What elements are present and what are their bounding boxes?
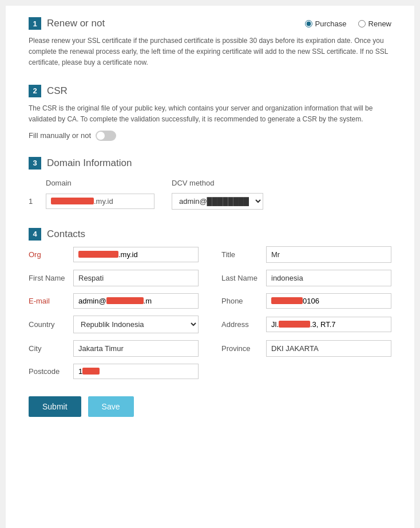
domain-redacted <box>51 198 94 204</box>
email-redacted <box>106 297 144 304</box>
section2-info: The CSR is the original file of your pub… <box>29 103 391 125</box>
section-renew: 1 Renew or not Purchase Renew Please ren… <box>29 17 391 69</box>
lastname-label: Last Name <box>221 274 261 282</box>
title-label: Title <box>221 250 261 259</box>
country-field-row: Country Republik Indonesia <box>29 316 199 333</box>
org-redacted <box>78 251 118 258</box>
toggle-row: Fill manually or not <box>29 131 391 141</box>
section2-header: 2 CSR <box>29 85 391 97</box>
renew-radio-label[interactable]: Renew <box>358 19 391 28</box>
phone-redacted <box>271 297 303 304</box>
province-field-row: Province <box>221 340 391 357</box>
postcode-label: Postcode <box>29 367 69 376</box>
lastname-input-wrap[interactable] <box>266 270 391 286</box>
section-contacts: 4 Contacts Org .my.id Title <box>29 228 391 379</box>
city-label: City <box>29 344 69 353</box>
firstname-input[interactable] <box>73 270 199 286</box>
dcv-select[interactable]: admin@████████████.... <box>172 193 263 210</box>
city-field-row: City <box>29 340 199 357</box>
email-field-row: E-mail admin@ .m <box>29 293 199 309</box>
address-prefix: Jl. <box>271 320 279 329</box>
phone-suffix: 0106 <box>303 297 319 305</box>
col-spacer <box>160 175 172 191</box>
org-field-row: Org .my.id <box>29 246 199 263</box>
table-row: 1 .my.id admin@████████████.... <box>29 191 391 212</box>
country-select-wrap[interactable]: Republik Indonesia <box>73 316 199 333</box>
email-suffix: .m <box>144 297 152 305</box>
title-input-wrap[interactable] <box>266 246 391 263</box>
purchase-radio[interactable] <box>305 20 312 27</box>
email-field-display: admin@ .m <box>73 293 199 309</box>
firstname-field-row: First Name <box>29 270 199 286</box>
postcode-field-display: 1 <box>73 364 199 379</box>
renew-radio[interactable] <box>358 20 366 27</box>
contacts-row-6: Postcode 1 <box>29 364 391 379</box>
phone-input-wrap: 0106 <box>266 293 391 309</box>
title-field-row: Title <box>221 246 391 263</box>
city-input[interactable] <box>73 340 199 357</box>
renew-label: Renew <box>369 19 391 28</box>
dcv-cell[interactable]: admin@████████████.... <box>172 191 391 212</box>
section4-title: Contacts <box>47 228 85 240</box>
address-field-row: Address Jl. .3, RT.7 <box>221 316 391 333</box>
firstname-input-wrap[interactable] <box>73 270 199 286</box>
phone-field-display: 0106 <box>266 293 391 309</box>
col-num-header <box>29 175 46 191</box>
section-csr: 2 CSR The CSR is the original file of yo… <box>29 85 391 141</box>
email-label: E-mail <box>29 297 69 305</box>
contacts-row-1: Org .my.id Title <box>29 246 391 263</box>
contacts-row-2: First Name Last Name <box>29 270 391 286</box>
address-label: Address <box>221 320 261 329</box>
postcode-input-wrap: 1 <box>73 364 199 379</box>
section1-title: Renew or not <box>47 18 105 29</box>
city-input-wrap[interactable] <box>73 340 199 357</box>
page-container: 1 Renew or not Purchase Renew Please ren… <box>6 6 414 528</box>
section1-number: 1 <box>29 17 41 30</box>
spacer-cell <box>160 191 172 212</box>
province-input-wrap[interactable] <box>266 340 391 357</box>
col-domain-header: Domain <box>46 175 160 191</box>
address-field-display: Jl. .3, RT.7 <box>266 317 391 332</box>
toggle-label: Fill manually or not <box>29 131 91 140</box>
section4-header: 4 Contacts <box>29 228 391 241</box>
email-input-wrap: admin@ .m <box>73 293 199 309</box>
org-input-wrap: .my.id <box>73 247 199 262</box>
save-button[interactable]: Save <box>88 396 134 417</box>
province-input[interactable] <box>266 340 391 357</box>
fill-manually-toggle[interactable] <box>96 131 116 141</box>
radio-row: Purchase Renew <box>305 19 391 28</box>
address-suffix: .3, RT.7 <box>310 320 336 329</box>
row-num: 1 <box>29 191 46 212</box>
province-label: Province <box>221 344 261 353</box>
section2-title: CSR <box>47 85 68 97</box>
section3-number: 3 <box>29 157 41 170</box>
postcode-field-row: Postcode 1 <box>29 364 199 379</box>
lastname-field-row: Last Name <box>221 270 391 286</box>
section3-title: Domain Information <box>47 157 132 169</box>
domain-cell[interactable]: .my.id <box>46 191 160 212</box>
domain-table: Domain DCV method 1 .my.id admin@███████… <box>29 175 391 212</box>
section4-number: 4 <box>29 228 41 241</box>
phone-label: Phone <box>221 297 261 305</box>
lastname-input[interactable] <box>266 270 391 286</box>
postcode-redacted <box>82 368 100 375</box>
firstname-label: First Name <box>29 274 69 282</box>
section1-title-block: 1 Renew or not <box>29 17 305 30</box>
phone-field-row: Phone 0106 <box>221 293 391 309</box>
purchase-label: Purchase <box>315 19 347 28</box>
section1-info: Please renew your SSL certificate if the… <box>29 36 391 69</box>
purchase-radio-label[interactable]: Purchase <box>305 19 347 28</box>
address-redacted <box>279 321 310 328</box>
email-prefix: admin@ <box>78 297 106 305</box>
postcode-prefix: 1 <box>78 367 82 376</box>
org-label: Org <box>29 250 69 259</box>
section1-header: 1 Renew or not Purchase Renew <box>29 17 391 30</box>
country-select[interactable]: Republik Indonesia <box>73 316 199 333</box>
country-label: Country <box>29 320 69 329</box>
postcode-spacer <box>221 364 391 379</box>
submit-button[interactable]: Submit <box>29 396 81 417</box>
section2-number: 2 <box>29 85 41 97</box>
address-input-wrap: Jl. .3, RT.7 <box>266 317 391 332</box>
title-input[interactable] <box>266 246 391 263</box>
contacts-row-5: City Province <box>29 340 391 357</box>
